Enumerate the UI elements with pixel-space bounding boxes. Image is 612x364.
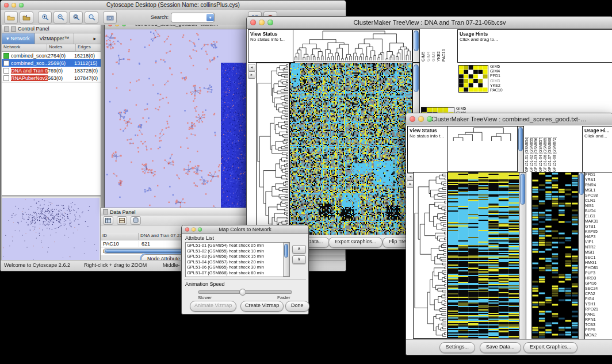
heatmap-vscrollbar[interactable]: [519, 172, 526, 340]
float-panel-icon[interactable]: [4, 26, 9, 32]
tabs-overflow-button[interactable]: ▸: [89, 33, 101, 44]
network-graph-canvas[interactable]: [105, 29, 247, 208]
column-scrollbar[interactable]: [517, 126, 524, 173]
treeview1-titlebar[interactable]: ClusterMaker TreeView : DNA and Tran 07-…: [247, 17, 612, 29]
move-up-button[interactable]: ∧: [292, 245, 306, 254]
import-network-icon[interactable]: [20, 12, 33, 24]
settings-button[interactable]: Settings...: [439, 342, 475, 353]
network-tree-area[interactable]: [2, 83, 101, 196]
column-dendrogram-canvas[interactable]: [448, 127, 516, 141]
column-dendrogram-canvas[interactable]: [293, 29, 412, 62]
save-data-button[interactable]: Save Data...: [480, 342, 521, 353]
scroll-left-icon[interactable]: ◂: [248, 64, 255, 71]
zoom-window-icon[interactable]: [19, 3, 24, 7]
minimize-icon[interactable]: [259, 20, 265, 25]
gene-label: GIM3: [490, 79, 513, 83]
zoom-window-icon[interactable]: [198, 228, 202, 232]
status-welcome: Welcome to Cytoscape 2.6.2: [4, 262, 70, 268]
attribute-item[interactable]: GPL51-02 (GSM855) heat shock 10 min: [186, 248, 289, 254]
vscroll-thumb[interactable]: [414, 64, 419, 92]
faster-label: Faster: [277, 295, 290, 300]
window-controls: [108, 25, 126, 26]
global-vscrollbar[interactable]: [578, 172, 585, 340]
select-attributes-icon[interactable]: [103, 216, 113, 225]
close-icon[interactable]: [410, 116, 415, 122]
vscroll-thumb[interactable]: [414, 30, 419, 51]
main-titlebar[interactable]: Cytoscape Desktop (Session Name: collins…: [1, 1, 346, 10]
network-row[interactable]: combined_sco...2569(6)13112(15): [2, 59, 101, 67]
attribute-list-scrollbar[interactable]: [283, 243, 289, 277]
network-table-rows: combined_scores2764(0)16218(0)combined_s…: [2, 52, 101, 82]
minimize-icon[interactable]: [115, 25, 119, 26]
minimize-icon[interactable]: [418, 116, 424, 122]
search-label: Search:: [151, 14, 169, 20]
row-dendrogram-canvas[interactable]: [256, 63, 289, 235]
combo-arrow-icon[interactable]: ▾: [206, 14, 214, 21]
close-icon[interactable]: [4, 3, 9, 7]
animation-speed-slider[interactable]: [198, 290, 292, 294]
open-file-icon[interactable]: [4, 12, 18, 24]
treeview2-window: ClusterMaker TreeView : combined_scores_…: [406, 113, 612, 355]
vscroll-thumb[interactable]: [520, 174, 525, 205]
attribute-database-icon[interactable]: [131, 216, 141, 225]
panel-splitter[interactable]: [2, 195, 101, 197]
vscroll-thumb[interactable]: [284, 244, 288, 258]
scroll-right-icon[interactable]: ▸: [248, 71, 255, 79]
gene-label: TCB3: [585, 322, 611, 327]
attribute-item[interactable]: GPL51-07 (GSM868) heat shock 60 min: [186, 270, 289, 276]
zoom-selected-icon[interactable]: [69, 12, 83, 24]
close-icon[interactable]: [108, 25, 112, 26]
row-dendrogram-canvas[interactable]: [413, 172, 447, 339]
map-colors-dialog: Map Colors to Network Attribute List GPL…: [181, 225, 309, 315]
network-window-title: combined_scores_good.txt--cluste...: [135, 25, 219, 27]
float-panel-icon[interactable]: [103, 209, 108, 214]
global-heatmap-canvas[interactable]: [531, 172, 579, 339]
move-down-button[interactable]: ∨: [292, 255, 306, 264]
zoom-window-icon[interactable]: [267, 20, 273, 25]
network-edges: 183728(0): [74, 68, 101, 74]
vscroll-thumb[interactable]: [579, 173, 584, 195]
attribute-item[interactable]: GPL51-03 (GSM856) heat shock 15 min: [186, 254, 289, 259]
hide-panel-icon[interactable]: [11, 26, 16, 32]
zoom-out-icon[interactable]: [53, 12, 67, 24]
animate-vizmap-button[interactable]: Animate Vizmap: [190, 301, 236, 312]
attribute-item[interactable]: GPL51-01 (GSM854) heat shock 05 min: [186, 243, 289, 248]
dialog-titlebar[interactable]: Map Colors to Network: [182, 225, 308, 234]
cluster-thumbnail-canvas[interactable]: [458, 65, 488, 93]
network-row[interactable]: RNAPuberNov2...563(0)107847(0): [2, 74, 101, 82]
attribute-item[interactable]: GPL51-06 (GSM865) heat shock 30 min: [186, 265, 289, 270]
done-button[interactable]: Done: [285, 301, 309, 312]
close-icon[interactable]: [250, 20, 256, 25]
network-row[interactable]: combined_scores2764(0)16218(0): [2, 52, 101, 59]
network-row[interactable]: DNA and Tran 07...769(0)183728(0): [2, 67, 101, 74]
close-icon[interactable]: [185, 228, 189, 232]
zoom-in-icon[interactable]: [38, 12, 52, 24]
control-panel: Control Panel ▾ Network VizMapper™ ▸ Net: [2, 25, 101, 260]
attribute-item[interactable]: GPL51-04 (GSM857) heat shock 20 min: [186, 259, 289, 265]
search-input[interactable]: ▾: [171, 13, 215, 22]
gene-label: HMG1: [585, 260, 611, 265]
zoom-window-icon[interactable]: [122, 25, 126, 26]
create-attribute-icon[interactable]: [117, 216, 127, 225]
treeview2-titlebar[interactable]: ClusterMaker TreeView : combined_scores_…: [406, 113, 612, 125]
export-graphics-button[interactable]: Export Graphics...: [523, 342, 577, 353]
gene-label: GIM5: [490, 64, 513, 69]
export-graphics-button[interactable]: Export Graphics...: [328, 237, 382, 248]
snapshot-icon[interactable]: [103, 12, 117, 24]
create-vizmap-button[interactable]: Create Vizmap: [240, 301, 284, 312]
zoom-fit-icon[interactable]: [85, 12, 98, 24]
column-scrollbar[interactable]: [412, 29, 420, 63]
vscroll-thumb[interactable]: [518, 127, 523, 151]
animation-speed-label: Animation Speed: [185, 281, 225, 287]
heatmap-canvas[interactable]: [447, 172, 519, 339]
slider-knob[interactable]: [239, 289, 246, 296]
minimize-icon[interactable]: [12, 3, 16, 7]
zoom-window-icon[interactable]: [427, 116, 433, 122]
tab-vizmapper[interactable]: VizMapper™: [35, 33, 75, 44]
view-status-title: View Status: [410, 128, 447, 133]
network-overview-thumbnail[interactable]: [2, 198, 100, 260]
network-window-titlebar[interactable]: combined_scores_good.txt--cluste...: [105, 25, 248, 29]
heatmap-canvas[interactable]: [289, 63, 412, 235]
tab-network[interactable]: ▾ Network: [2, 33, 35, 44]
minimize-icon[interactable]: [192, 228, 196, 232]
